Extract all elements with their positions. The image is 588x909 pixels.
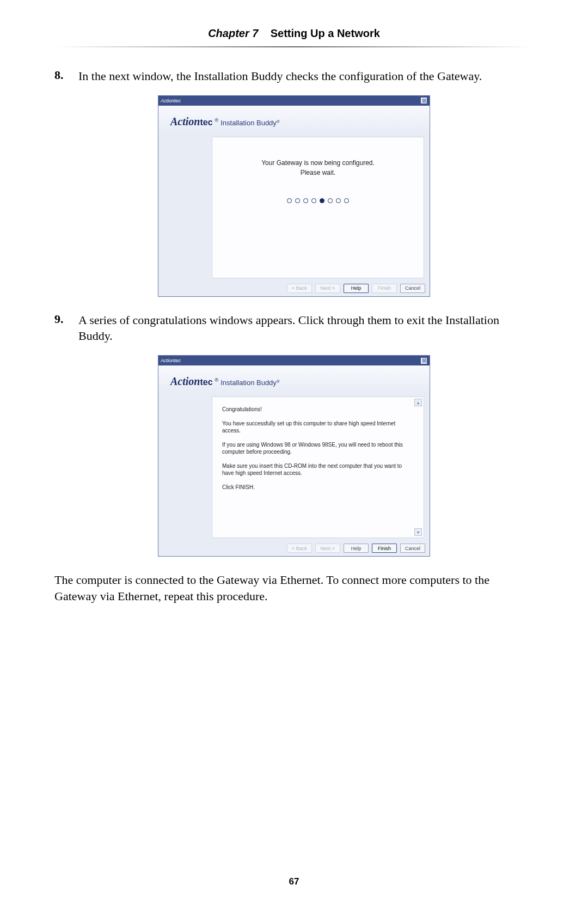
progress-dot [336,198,341,203]
brand-logo: Actiontec [170,375,213,388]
chapter-title: Setting Up a Network [271,27,380,39]
titlebar: Actiontec ⊠ [158,356,430,365]
back-button[interactable]: < Back [287,284,312,293]
titlebar-brand: Actiontec [161,358,181,363]
figure-1-wrap: Actiontec ⊠ Actiontec ® Installation Bud… [54,95,534,297]
finish-button[interactable]: Finish [372,544,397,553]
page-number: 67 [0,876,588,887]
closing-paragraph: The computer is connected to the Gateway… [54,572,534,604]
chapter-number: Chapter 7 [208,27,258,39]
installer-header: Actiontec ® Installation Buddy® [158,106,430,133]
help-button[interactable]: Help [344,284,369,293]
close-icon[interactable]: ⊠ [420,97,427,104]
progress-indicator [287,198,349,203]
status-message: Your Gateway is now being configured. Pl… [261,158,375,178]
header-divider [54,46,534,47]
brand-logo: Actiontec [170,115,213,128]
progress-dot [295,198,300,203]
scroll-down-icon[interactable]: ▾ [414,528,422,536]
step-number: 9. [54,312,78,344]
close-icon[interactable]: ⊠ [420,357,427,364]
progress-dot-active [320,198,324,203]
cancel-button[interactable]: Cancel [400,284,425,293]
back-button[interactable]: < Back [287,544,312,553]
titlebar-brand: Actiontec [161,98,181,103]
next-button[interactable]: Next > [315,544,340,553]
step-text: A series of congratulations windows appe… [78,312,534,344]
congrats-line: Make sure you insert this CD-ROM into th… [222,462,414,477]
installer-window-configuring: Actiontec ⊠ Actiontec ® Installation Bud… [158,95,430,297]
progress-dot [344,198,349,203]
help-button[interactable]: Help [344,544,369,553]
cancel-button[interactable]: Cancel [400,544,425,553]
step-9: 9. A series of congratulations windows a… [54,312,534,344]
congrats-line: Congratulations! [222,406,414,413]
congrats-line: Click FINISH. [222,484,414,491]
installer-window-congrats: Actiontec ⊠ Actiontec ® Installation Bud… [158,355,430,557]
progress-dot [311,198,316,203]
app-name: Installation Buddy® [220,379,280,387]
registered-mark: ® [215,377,219,383]
registered-mark: ® [215,118,219,123]
step-text: In the next window, the Installation Bud… [78,68,482,84]
progress-dot [328,198,333,203]
step-8: 8. In the next window, the Installation … [54,68,534,84]
installer-body: ▴ Congratulations! You have successfully… [212,396,424,538]
next-button[interactable]: Next > [315,284,340,293]
page-header: Chapter 7 Setting Up a Network [54,27,534,40]
progress-dot [287,198,292,203]
congrats-text: Congratulations! You have successfully s… [212,397,424,503]
finish-button[interactable]: Finish [372,284,397,293]
installer-body: Your Gateway is now being configured. Pl… [212,137,424,278]
installer-footer: < Back Next > Help Finish Cancel [158,282,430,296]
scroll-up-icon[interactable]: ▴ [414,399,422,406]
step-number: 8. [54,68,78,84]
installer-footer: < Back Next > Help Finish Cancel [158,541,430,556]
titlebar: Actiontec ⊠ [158,96,430,106]
installer-header: Actiontec ® Installation Buddy® [158,365,430,393]
congrats-line: You have successfully set up this comput… [222,420,414,435]
congrats-line: If you are using Windows 98 or Windows 9… [222,441,414,456]
app-name: Installation Buddy® [220,119,280,127]
progress-dot [303,198,308,203]
figure-2-wrap: Actiontec ⊠ Actiontec ® Installation Bud… [54,355,534,557]
